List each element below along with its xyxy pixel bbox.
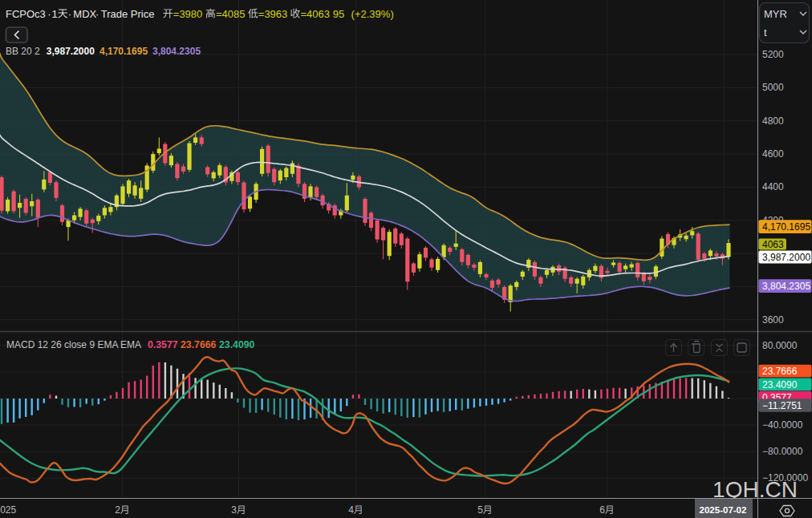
svg-text:80.0000: 80.0000	[762, 340, 798, 351]
svg-text:−40.0000: −40.0000	[762, 419, 803, 431]
svg-text:=4085: =4085	[216, 8, 246, 20]
svg-text:3600: 3600	[762, 314, 784, 326]
svg-text:MYR: MYR	[764, 8, 787, 20]
svg-text:MACD 12 26 close 9 EMA EMA: MACD 12 26 close 9 EMA EMA	[6, 339, 141, 350]
svg-text:4800: 4800	[762, 115, 784, 127]
svg-text:3: 3	[231, 504, 237, 516]
svg-text:(+2.39%): (+2.39%)	[351, 8, 394, 20]
svg-text:4,170.1695: 4,170.1695	[99, 46, 148, 57]
svg-text:23.4090: 23.4090	[762, 379, 798, 391]
svg-text:FCPOc3: FCPOc3	[6, 8, 46, 20]
svg-text:23.7666: 23.7666	[181, 339, 217, 350]
svg-text:−11.2751: −11.2751	[762, 400, 802, 411]
svg-text:BB 20 2: BB 20 2	[6, 46, 40, 57]
svg-text:23.4090: 23.4090	[219, 339, 255, 350]
svg-text:4600: 4600	[762, 148, 784, 160]
svg-text:95: 95	[333, 8, 344, 20]
svg-text:5000: 5000	[762, 82, 784, 93]
svg-text:3,987.2000: 3,987.2000	[762, 252, 810, 263]
svg-text:MDX: MDX	[73, 8, 96, 20]
svg-text:2025: 2025	[0, 504, 17, 516]
svg-text:=3963: =3963	[258, 8, 288, 20]
svg-text:5200: 5200	[762, 49, 784, 60]
svg-text:=3980: =3980	[173, 8, 203, 20]
svg-text:3,987.2000: 3,987.2000	[47, 46, 95, 57]
svg-text:1: 1	[52, 8, 58, 20]
svg-text:·: ·	[68, 8, 71, 20]
svg-text:4,170.1695: 4,170.1695	[762, 221, 810, 233]
svg-text:−120.0000: −120.0000	[762, 472, 808, 484]
svg-text:0.3577: 0.3577	[148, 339, 178, 350]
svg-text:2: 2	[115, 504, 120, 516]
svg-text:=4063: =4063	[300, 8, 330, 20]
svg-text:4063: 4063	[762, 239, 784, 250]
svg-text:2025-07-02: 2025-07-02	[700, 505, 747, 515]
svg-text:3,804.2305: 3,804.2305	[762, 281, 810, 292]
svg-text:6: 6	[599, 504, 605, 516]
svg-text:·: ·	[47, 8, 51, 20]
svg-text:Trade Price: Trade Price	[101, 8, 155, 20]
svg-text:−80.0000: −80.0000	[762, 446, 803, 457]
svg-text:23.7666: 23.7666	[762, 366, 798, 377]
svg-text:t: t	[764, 26, 767, 38]
svg-text:5: 5	[477, 504, 483, 516]
svg-text:4400: 4400	[762, 181, 784, 192]
svg-text:4: 4	[348, 504, 354, 516]
svg-text:3,804.2305: 3,804.2305	[152, 46, 201, 57]
svg-text:·: ·	[95, 8, 99, 20]
